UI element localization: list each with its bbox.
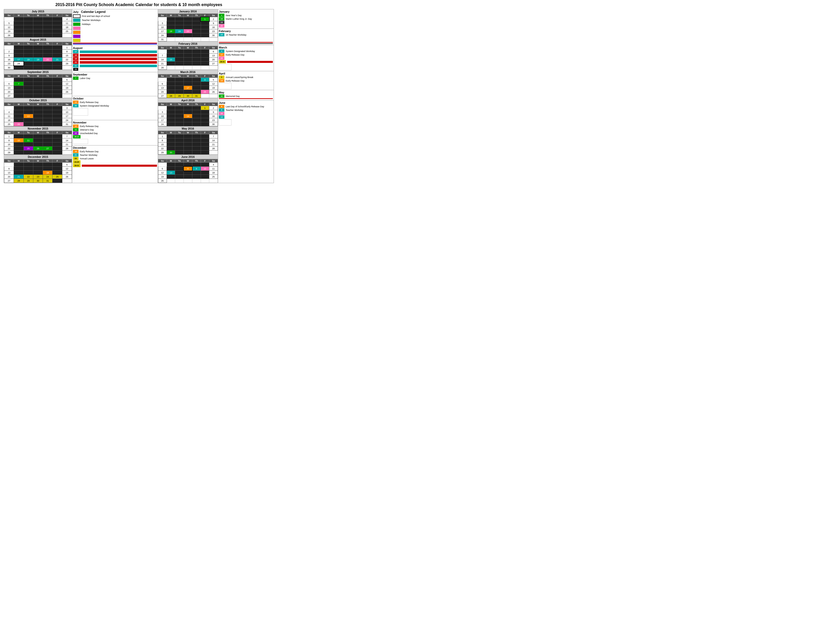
dec-18-row: 18 Early Release Day [73, 150, 157, 153]
table-row: 45 [158, 78, 218, 82]
table-row: 28 [4, 50, 72, 53]
feb-dark-line [219, 43, 273, 44]
col-w: W [33, 14, 43, 17]
december-2015-block: December 2015 SuMTuWThFSa 5 612 13 18 19… [4, 155, 72, 183]
february-right-events: February 15 15 Teacher Workday [218, 29, 273, 45]
nov-2627-badge: 26-27 [73, 135, 80, 138]
oct-white-box [73, 108, 88, 116]
august-2015-block: August 2015 SuMTuWThFSa 1 28 915 [4, 38, 72, 70]
apr-14-badge: 14 [219, 79, 224, 82]
jan-18-text: Martin Luther King Jr. Day [226, 18, 252, 20]
mar-4-badge: 4 [219, 50, 224, 53]
aug-18-row: 18 [73, 53, 157, 57]
mar-17-badge: 17 [219, 53, 224, 56]
may-right-header: May [219, 91, 273, 94]
august-2015-header: August 2015 [4, 38, 72, 42]
blue-line [73, 44, 157, 45]
table-row: 31 [158, 37, 218, 42]
table-row: 29 30 [158, 151, 218, 155]
col-th: Th [43, 14, 53, 17]
jun-10-row: 10 [219, 112, 273, 115]
february-right-header: February [219, 29, 273, 32]
april-right-events: April 1 Annual Leave/Spring Break 14 Ear… [218, 71, 273, 90]
june-right-events: June 8 Last Day of School/Early Release … [218, 100, 273, 126]
nov-10-row: 10 Early Release Day [73, 124, 157, 128]
table-row: 22 25 26 27 28 [4, 147, 72, 151]
table-row: 1319 [4, 86, 72, 90]
table-row: 1521 [4, 142, 72, 147]
aug-21-badge: 21 [73, 64, 79, 68]
september-2015-block: September 2015 SuMTuWThFSa 5 6 7 12 1319… [4, 70, 72, 98]
table-row: 2026 [4, 90, 72, 94]
table-row: 11 13 17 [4, 114, 72, 118]
table-row: 29 [4, 151, 72, 155]
jan-1-text: New Year's Day [226, 14, 241, 17]
col-m: M [14, 14, 24, 17]
dec-2831-bar [82, 165, 157, 167]
aug-17-bar [80, 50, 157, 53]
col-legend-events: July Calendar Legend First and last days… [72, 9, 158, 183]
legend-color-orange [73, 31, 80, 34]
january-2016-header: January 2016 [158, 9, 218, 14]
col-right-calendars: January 2016 SuMTuWThFSa 1 2 39 1016 17 … [158, 9, 218, 183]
table-row: 5 8 9 10 11 [158, 167, 218, 171]
table-row: 1824 [4, 118, 72, 122]
july-2015-header: July 2015 [4, 9, 72, 14]
jun-13-badge: 13 [219, 116, 224, 119]
aug-24-badge: 24 [73, 68, 79, 71]
january-right-events: January 1 New Year's Day 18 Martin Luthe… [218, 9, 273, 29]
dec-21-text: Teacher Workday [80, 154, 97, 156]
jan-19-badge: 19 [219, 21, 224, 24]
col-sa: Sa [62, 14, 72, 17]
aug-21-row: 21 [73, 64, 157, 68]
jan-1-badge: 1 [219, 14, 224, 17]
jun-9-badge: 9 [219, 108, 224, 112]
aug-19-bar [80, 58, 157, 60]
dec-21-row: 21 Teacher Workday [73, 153, 157, 156]
table-row: 1 2 [158, 17, 218, 21]
jun-13-row: 13 [219, 116, 273, 119]
nov-11-row: 11 Veteran's Day [73, 128, 157, 131]
dec-22-text: Annual Leave [80, 157, 94, 160]
may-30-row: 30 Memorial Day [219, 95, 273, 98]
mar-2831-row: 28-31 [219, 60, 273, 63]
jan-20-badge: 20 [219, 24, 224, 27]
table-row: 19 25 [4, 29, 72, 33]
aug-24-row: 24 [73, 68, 157, 71]
april-right-header: April [219, 72, 273, 75]
november-2015-block: November 2015 SuMTuWThFSa 1 7 8 10 11 14 [4, 127, 72, 155]
apr-1-text: Annual Leave/Spring Break [226, 76, 253, 79]
march-2016-table: SuMTuWThFSa 45 612 13 17 19 20 25 26 [158, 74, 218, 98]
table-row: 13 18 19 [4, 171, 72, 175]
legend-color-purple [73, 35, 80, 38]
col-tu: Tu [24, 14, 33, 17]
aug-20-bar [80, 61, 157, 64]
sep-7-badge: 7 [73, 77, 79, 80]
may-30-text: Memorial Day [226, 95, 240, 98]
sep-7-row: 7 Labor Day [73, 77, 157, 80]
december-header: December [73, 146, 157, 149]
red-line [73, 43, 157, 43]
august-header: August [73, 47, 157, 50]
legend-label-school: First and last days of school [82, 15, 110, 18]
march-2016-header: March 2016 [158, 70, 218, 74]
aug-20-badge: 20 [73, 61, 79, 64]
june-2016-block: June 2016 SuMTuWThFSa 4 5 8 9 10 11 12 1… [158, 155, 218, 183]
legend-row-pink [73, 27, 157, 30]
february-2016-block: February 2016 SuMTuWThFSa 6 713 14 15 20… [158, 42, 218, 70]
legend-title: Calendar Legend [81, 10, 106, 14]
jan-18-badge: 18 [219, 17, 224, 21]
legend-color-yellow [73, 39, 80, 42]
january-right-header: January [219, 10, 273, 13]
aug-18-badge: 18 [73, 53, 79, 57]
table-row: 1016 [158, 25, 218, 29]
table-row: 5 [4, 163, 72, 167]
mar-4-row: 4 System Designated Workday [219, 50, 273, 53]
table-row: 28 [158, 66, 218, 70]
october-events: October 13 Early Release Day 26 System D… [72, 96, 158, 120]
col-su: Su [4, 14, 14, 17]
legend-color-pink [73, 27, 80, 30]
table-row: 16 17 18 19 20 21 22 [4, 58, 72, 62]
nov-25-row: 25 Unscheduled Day [73, 132, 157, 135]
september-events: September 7 Labor Day [72, 72, 158, 96]
